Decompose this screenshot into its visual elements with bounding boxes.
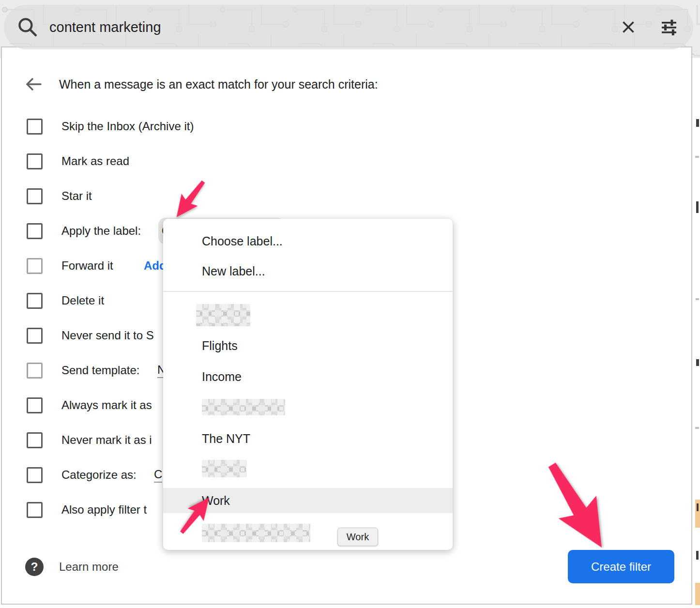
menu-item-income[interactable]: Income <box>163 363 453 390</box>
menu-item-the-nyt[interactable]: The NYT <box>163 425 453 452</box>
bg-fragment <box>696 359 699 366</box>
filter-option-row: Delete it <box>27 283 104 318</box>
menu-divider <box>163 291 453 292</box>
help-icon[interactable]: ? <box>25 558 44 576</box>
menu-item-flights[interactable]: Flights <box>163 332 453 359</box>
filter-option-row: Star it <box>27 179 92 213</box>
filter-option-row: Never send it to S <box>27 318 154 353</box>
menu-item-choose-label[interactable]: Choose label... <box>163 228 453 255</box>
search-bar[interactable] <box>4 5 693 49</box>
bg-search-highlight <box>695 583 700 605</box>
filter-option-label: Star it <box>61 189 92 203</box>
checkbox-forward-it[interactable] <box>27 258 43 274</box>
filter-option-row: Skip the Inbox (Archive it) <box>27 109 194 144</box>
menu-item-redacted-label[interactable] <box>202 460 246 477</box>
search-icon <box>16 16 39 38</box>
checkbox-star-it[interactable] <box>27 188 43 204</box>
bg-fragment <box>695 427 699 429</box>
clear-search-icon[interactable] <box>618 16 639 38</box>
filter-option-label: Skip the Inbox (Archive it) <box>61 120 194 133</box>
checkbox-never-important[interactable] <box>27 432 43 448</box>
filter-option-label: Also apply filter t <box>61 503 147 517</box>
menu-item-redacted-label[interactable] <box>202 524 310 542</box>
label-menu: Choose label... New label... Flights Inc… <box>163 219 453 550</box>
filter-option-label: Delete it <box>61 294 104 307</box>
filter-option-label: Mark as read <box>61 154 129 168</box>
checkbox-also-apply[interactable] <box>27 502 43 518</box>
filter-option-row: Mark as read <box>27 144 129 179</box>
filter-option-row: Send template: N <box>27 353 139 388</box>
learn-more-link[interactable]: Learn more <box>59 560 119 574</box>
work-tooltip: Work <box>337 528 378 546</box>
checkbox-apply-label[interactable] <box>27 223 43 239</box>
checkbox-mark-read[interactable] <box>27 153 43 169</box>
search-options-icon[interactable] <box>658 16 680 38</box>
filter-option-label: Forward it <box>61 259 113 273</box>
create-filter-button[interactable]: Create filter <box>568 550 674 583</box>
search-input[interactable] <box>48 19 618 36</box>
bg-fragment <box>697 503 699 511</box>
menu-item-work[interactable]: Work <box>163 488 453 513</box>
filter-option-label: Never mark it as i <box>61 433 152 447</box>
bg-fragment <box>696 551 699 560</box>
menu-item-new-label[interactable]: New label... <box>163 258 453 285</box>
filter-option-label: Always mark it as <box>61 398 152 412</box>
filter-option-row: Never mark it as i <box>27 423 152 457</box>
bg-fragment <box>696 201 699 213</box>
filter-option-row: Always mark it as <box>27 388 152 423</box>
filter-option-label: Send template: <box>61 364 139 377</box>
menu-item-redacted-label[interactable] <box>196 304 250 326</box>
category-value[interactable]: C <box>154 468 162 483</box>
bg-fragment <box>695 156 699 158</box>
filter-option-row: Also apply filter t <box>27 492 147 527</box>
checkbox-never-spam[interactable] <box>27 328 43 344</box>
filter-option-row: Apply the label: <box>27 213 141 248</box>
checkbox-delete-it[interactable] <box>27 293 43 309</box>
checkbox-categorize[interactable] <box>27 467 43 483</box>
checkbox-always-important[interactable] <box>27 397 43 413</box>
menu-item-redacted-label[interactable] <box>202 399 285 415</box>
panel-title: When a message is an exact match for you… <box>59 77 378 91</box>
checkbox-skip-inbox[interactable] <box>27 119 43 135</box>
back-arrow-icon[interactable] <box>24 76 44 93</box>
filter-option-label: Categorize as: <box>61 468 137 482</box>
filter-option-row: Forward it Add <box>27 248 113 283</box>
filter-option-label: Never send it to S <box>61 329 154 342</box>
checkbox-send-template[interactable] <box>27 363 43 379</box>
filter-option-row: Categorize as: C <box>27 457 137 492</box>
bg-fragment <box>696 298 699 300</box>
bg-fragment <box>696 119 699 127</box>
gmail-create-filter-screen: When a message is an exact match for you… <box>0 0 700 608</box>
filter-option-label: Apply the label: <box>61 224 141 238</box>
